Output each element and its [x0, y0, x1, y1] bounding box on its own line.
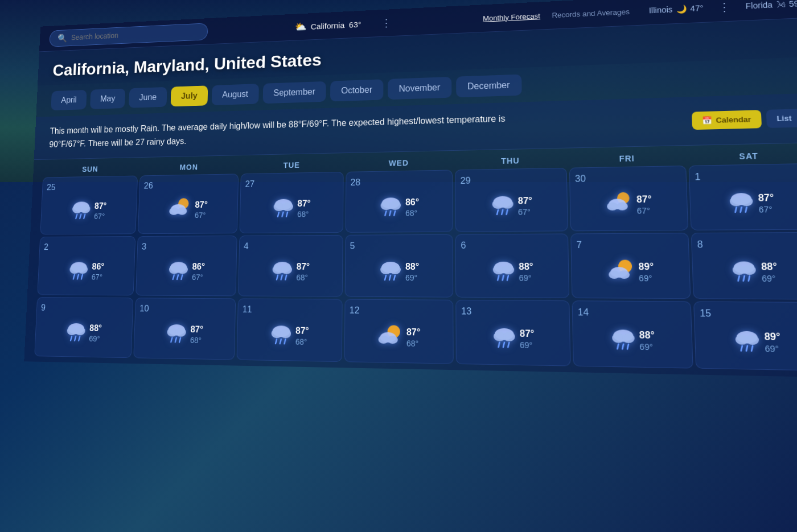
cell-weather: 87° 67° — [142, 192, 233, 228]
calendar-btn-label: Calendar — [716, 115, 751, 125]
california-temp: 63° — [349, 19, 361, 29]
nav-location-florida[interactable]: Florida 🌬 59° — [745, 0, 797, 11]
temp-low: 69° — [89, 335, 100, 344]
svg-line-66 — [502, 275, 503, 280]
temp-high: 87° — [406, 327, 421, 338]
calendar-cell-7[interactable]: 7 89° 69° — [570, 233, 691, 299]
cell-temps: 87° 67° — [636, 194, 652, 215]
cell-date: 3 — [142, 242, 147, 251]
calendar-cell-8[interactable]: 8 88° 69° — [691, 232, 797, 300]
temp-high: 88° — [89, 324, 102, 333]
month-tab-june[interactable]: June — [129, 87, 167, 108]
svg-line-67 — [507, 275, 508, 280]
svg-line-60 — [389, 275, 391, 280]
search-input[interactable] — [71, 27, 200, 42]
month-tab-december[interactable]: December — [456, 75, 521, 98]
calendar-icon: 📅 — [702, 116, 712, 125]
cell-date: 12 — [350, 306, 360, 316]
calendar-cell-6[interactable]: 6 88° 69° — [455, 234, 569, 299]
calendar-cell-15[interactable]: 15 89° 69° — [693, 302, 797, 371]
cell-weather: 89° 69° — [577, 253, 685, 292]
cell-date: 28 — [351, 178, 360, 188]
list-btn-label: List — [777, 114, 792, 123]
calendar-cell-25[interactable]: 25 87° 67° — [40, 176, 137, 235]
temp-high: 88° — [405, 262, 419, 272]
weather-icon — [70, 198, 93, 224]
svg-line-76 — [743, 276, 745, 281]
month-tab-april[interactable]: April — [51, 90, 87, 110]
calendar-cell-9[interactable]: 9 88° 69° — [34, 297, 133, 358]
calendar-grid: SUNMONTUEWEDTHUFRISAT 25 87° 67° 26 — [24, 143, 797, 378]
cell-temps: 89° 69° — [638, 262, 654, 283]
temp-high: 88° — [761, 262, 778, 273]
nav-location-california[interactable]: ⛅ California 63° — [288, 15, 368, 36]
temp-low: 69° — [639, 342, 653, 352]
calendar-cell-1[interactable]: 1 87° 67° — [689, 163, 797, 230]
weather-icon — [270, 258, 294, 286]
calendar-cell-10[interactable]: 10 87° 68° — [133, 298, 236, 360]
cell-weather: 87° 69° — [461, 319, 565, 360]
calendar-cell-2[interactable]: 2 86° 67° — [37, 236, 135, 295]
temp-low: 67° — [192, 273, 203, 282]
calendar-cell-4[interactable]: 4 87° 68° — [238, 235, 343, 297]
calendar-cell-12[interactable]: 12 87° 68° — [344, 299, 454, 364]
svg-line-48 — [177, 275, 178, 279]
calendar-cell-11[interactable]: 11 87° 68° — [236, 299, 342, 362]
temp-high: 86° — [92, 262, 104, 272]
day-header-sun: SUN — [43, 164, 138, 174]
svg-line-105 — [508, 343, 509, 347]
calendar-cell-14[interactable]: 14 88° 69° — [572, 300, 693, 368]
temp-high: 87° — [758, 193, 774, 204]
day-header-fri: FRI — [569, 153, 686, 164]
cell-temps: 86° 67° — [92, 262, 105, 282]
list-button[interactable]: List — [766, 109, 797, 128]
month-tab-october[interactable]: October — [330, 79, 383, 101]
cell-temps: 88° 69° — [519, 262, 533, 283]
cell-weather: 87° 68° — [138, 316, 231, 354]
temp-high: 87° — [295, 326, 309, 336]
tab-records-averages[interactable]: Records and Averages — [552, 7, 630, 19]
svg-line-35 — [736, 207, 737, 212]
day-header-sat: SAT — [688, 150, 797, 162]
svg-line-77 — [749, 276, 750, 281]
tab-monthly-forecast[interactable]: Monthly Forecast — [483, 11, 540, 22]
calendar-button[interactable]: 📅 Calendar — [692, 110, 762, 130]
svg-line-89 — [179, 337, 180, 342]
cell-weather: 87° 67° — [695, 183, 797, 224]
temp-low: 68° — [296, 273, 308, 282]
calendar-cell-30[interactable]: 30 87° 67° — [569, 166, 688, 231]
calendar-cell-3[interactable]: 3 86° 67° — [135, 236, 237, 296]
search-icon: 🔍 — [57, 33, 68, 43]
svg-line-53 — [277, 275, 278, 279]
cell-date: 6 — [461, 241, 466, 251]
month-tab-may[interactable]: May — [90, 89, 125, 109]
cell-temps: 86° 68° — [405, 197, 419, 218]
florida-temp: 59° — [789, 0, 797, 9]
svg-line-81 — [71, 336, 72, 341]
calendar-cell-28[interactable]: 28 86° 68° — [345, 170, 453, 233]
cell-temps: 87° 69° — [520, 328, 535, 350]
nav-dots-california[interactable]: ⋮ — [376, 14, 396, 32]
svg-line-26 — [502, 209, 503, 214]
calendar-cell-26[interactable]: 26 87° 67° — [138, 174, 239, 234]
cell-temps: 88° 69° — [639, 330, 655, 352]
month-tab-august[interactable]: August — [212, 84, 259, 105]
nav-dots-illinois[interactable]: ⋮ — [713, 0, 736, 17]
svg-line-88 — [175, 337, 176, 342]
search-container[interactable]: 🔍 — [49, 23, 208, 47]
cell-date: 25 — [47, 183, 56, 192]
nav-location-illinois[interactable]: Illinois 🌙 47° — [649, 3, 704, 15]
temp-high: 86° — [405, 197, 419, 208]
cell-date: 8 — [697, 240, 703, 250]
calendar-cell-27[interactable]: 27 87° 68° — [239, 172, 343, 233]
day-header-mon: MON — [140, 162, 239, 172]
month-tab-september[interactable]: September — [262, 81, 326, 104]
weather-icon — [376, 323, 404, 352]
month-tab-july[interactable]: July — [171, 85, 208, 106]
calendar-cell-29[interactable]: 29 87° 67° — [455, 168, 568, 232]
calendar-cell-13[interactable]: 13 87° 69° — [456, 300, 571, 366]
illinois-temp: 47° — [690, 3, 703, 13]
cell-temps: 89° 69° — [764, 331, 781, 354]
month-tab-november[interactable]: November — [388, 77, 451, 100]
calendar-cell-5[interactable]: 5 88° 69° — [344, 234, 453, 298]
